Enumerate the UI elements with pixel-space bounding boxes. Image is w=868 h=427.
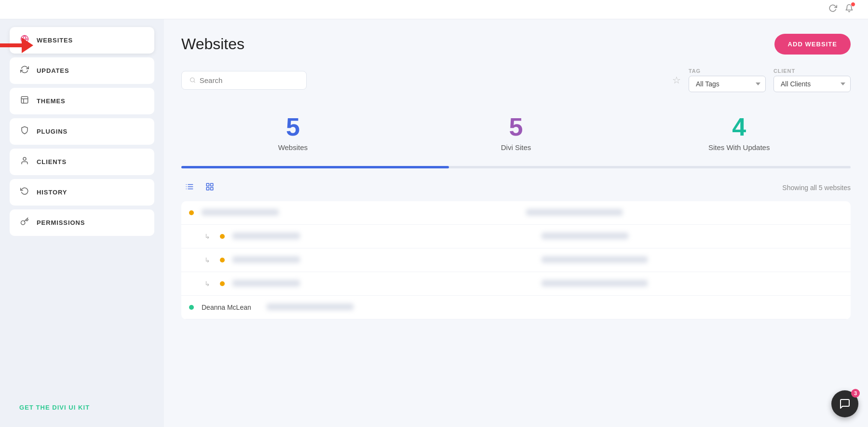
sidebar-clients-label: CLIENTS bbox=[37, 158, 67, 165]
search-input[interactable] bbox=[200, 76, 298, 84]
sidebar-item-permissions[interactable]: PERMISSIONS bbox=[10, 209, 154, 236]
stats-row: 5 Websites 5 Divi Sites 4 Sites With Upd… bbox=[181, 107, 851, 161]
main-content: Websites ADD WEBSITE ☆ TAG All Tags bbox=[164, 19, 868, 427]
tag-filter-select[interactable]: All Tags bbox=[689, 76, 766, 92]
svg-rect-17 bbox=[211, 188, 213, 190]
site-name-deanna: Deanna McLean bbox=[202, 303, 251, 311]
sidebar-item-themes[interactable]: THEMES bbox=[10, 88, 154, 114]
refresh-icon[interactable] bbox=[828, 4, 837, 15]
site-url bbox=[542, 233, 843, 240]
showing-text: Showing all 5 websites bbox=[782, 184, 851, 192]
site-name bbox=[232, 256, 534, 264]
blurred-url bbox=[542, 233, 628, 239]
sidebar: WEBSITES UPDATES THEMES bbox=[0, 19, 164, 427]
client-filter-label: CLIENT bbox=[773, 68, 851, 74]
tag-filter-group: TAG All Tags bbox=[689, 68, 766, 92]
stat-updates: 4 Sites With Updates bbox=[627, 107, 851, 161]
blurred-name bbox=[202, 209, 279, 216]
site-name bbox=[202, 209, 518, 217]
notification-badge bbox=[851, 2, 855, 7]
blurred-url bbox=[542, 280, 648, 287]
stat-websites-label: Websites bbox=[181, 143, 405, 152]
stat-divi-sites: 5 Divi Sites bbox=[405, 107, 628, 161]
progress-bar-fill bbox=[181, 166, 449, 168]
sub-arrow-icon: ↳ bbox=[204, 280, 210, 288]
stat-updates-number: 4 bbox=[627, 114, 851, 139]
table-row: Deanna McLean bbox=[181, 296, 851, 319]
sidebar-item-updates[interactable]: UPDATES bbox=[10, 57, 154, 84]
sidebar-websites-label: WEBSITES bbox=[37, 37, 73, 44]
key-icon bbox=[19, 217, 30, 228]
grid-view-button[interactable] bbox=[202, 180, 218, 195]
refresh-icon bbox=[19, 65, 30, 76]
stat-updates-label: Sites With Updates bbox=[627, 143, 851, 152]
status-dot-yellow bbox=[220, 234, 225, 239]
stat-websites: 5 Websites bbox=[181, 107, 405, 161]
sidebar-themes-label: THEMES bbox=[37, 97, 66, 105]
stat-divi-label: Divi Sites bbox=[405, 143, 628, 152]
site-url bbox=[542, 256, 843, 264]
tag-filter-label: TAG bbox=[689, 68, 766, 74]
blurred-url bbox=[526, 209, 623, 216]
site-url bbox=[267, 303, 843, 311]
chat-button[interactable]: 3 bbox=[831, 390, 858, 417]
blurred-name bbox=[232, 233, 300, 239]
svg-point-5 bbox=[23, 157, 26, 160]
sidebar-item-history[interactable]: HISTORY bbox=[10, 179, 154, 206]
sidebar-plugins-label: PLUGINS bbox=[37, 128, 68, 135]
top-bar bbox=[0, 0, 868, 19]
svg-line-7 bbox=[194, 81, 195, 82]
status-dot-green bbox=[189, 305, 194, 310]
status-dot-yellow bbox=[189, 210, 194, 215]
sub-arrow-icon: ↳ bbox=[204, 233, 210, 240]
svg-rect-2 bbox=[21, 96, 28, 103]
layout: WEBSITES UPDATES THEMES bbox=[0, 0, 868, 427]
progress-bar-container bbox=[181, 166, 851, 168]
filters-row: ☆ TAG All Tags CLIENT All Clients bbox=[181, 68, 851, 92]
table-row bbox=[181, 201, 851, 225]
sites-list: ↳ ↳ bbox=[181, 201, 851, 319]
table-row: ↳ bbox=[181, 248, 851, 272]
sidebar-item-plugins[interactable]: PLUGINS bbox=[10, 118, 154, 145]
favorites-star-icon[interactable]: ☆ bbox=[672, 74, 681, 86]
history-icon bbox=[19, 187, 30, 198]
blurred-url bbox=[542, 256, 648, 263]
sidebar-updates-label: UPDATES bbox=[37, 67, 69, 74]
user-icon bbox=[19, 156, 30, 167]
site-url bbox=[542, 280, 843, 288]
notification-icon[interactable] bbox=[845, 4, 854, 15]
sidebar-item-clients[interactable]: CLIENTS bbox=[10, 149, 154, 175]
search-icon bbox=[190, 77, 196, 83]
blurred-name bbox=[232, 280, 300, 287]
sidebar-history-label: HISTORY bbox=[37, 189, 67, 196]
search-box bbox=[181, 71, 307, 90]
arrow-shaft bbox=[0, 43, 22, 47]
blurred-url bbox=[267, 303, 353, 310]
status-dot-yellow bbox=[220, 281, 225, 286]
stat-websites-number: 5 bbox=[181, 114, 405, 139]
chat-badge: 3 bbox=[851, 389, 860, 398]
stat-divi-number: 5 bbox=[405, 114, 628, 139]
client-filter-group: CLIENT All Clients bbox=[773, 68, 851, 92]
sidebar-permissions-label: PERMISSIONS bbox=[37, 219, 85, 226]
table-row: ↳ bbox=[181, 225, 851, 248]
sidebar-bottom: GET THE DIVI UI KIT bbox=[10, 395, 154, 419]
site-name bbox=[232, 280, 534, 288]
arrow-pointer bbox=[0, 38, 33, 53]
sub-arrow-icon: ↳ bbox=[204, 256, 210, 264]
get-divi-kit-link[interactable]: GET THE DIVI UI KIT bbox=[19, 404, 90, 411]
view-toggle bbox=[181, 180, 218, 195]
svg-rect-14 bbox=[206, 183, 209, 186]
site-url bbox=[526, 209, 843, 217]
client-filter-select[interactable]: All Clients bbox=[773, 76, 851, 92]
page-header: Websites ADD WEBSITE bbox=[181, 34, 851, 55]
chat-icon bbox=[839, 398, 851, 410]
layout-icon bbox=[19, 96, 30, 107]
svg-rect-15 bbox=[211, 183, 213, 186]
page-title: Websites bbox=[181, 35, 244, 53]
blurred-name bbox=[232, 256, 300, 263]
list-view-button[interactable] bbox=[181, 180, 198, 195]
shield-icon bbox=[19, 126, 30, 137]
arrow-head bbox=[22, 38, 33, 53]
add-website-button[interactable]: ADD WEBSITE bbox=[774, 34, 851, 55]
